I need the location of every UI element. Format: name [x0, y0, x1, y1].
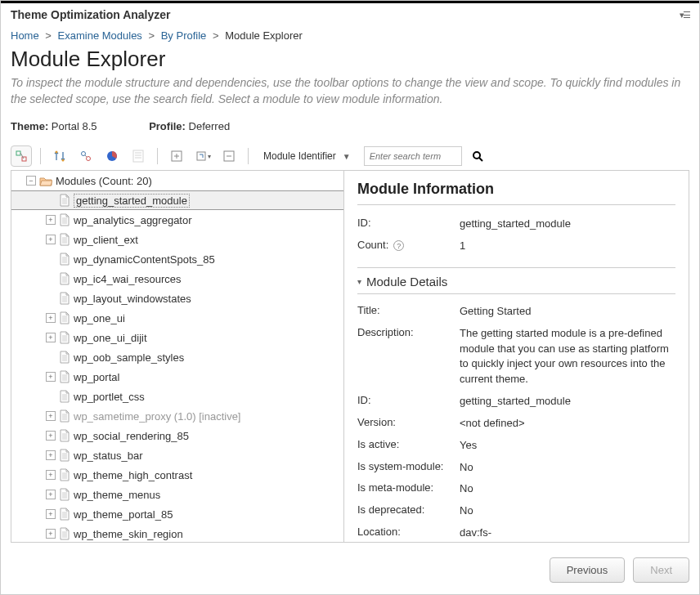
footer: Previous Next: [1, 546, 699, 594]
info-count-label: Count:?: [357, 239, 460, 254]
file-icon: [59, 311, 70, 324]
plus-icon[interactable]: +: [46, 529, 56, 539]
search-button[interactable]: [467, 146, 488, 166]
detail-value: <not defined>: [460, 416, 675, 432]
plus-icon[interactable]: +: [46, 431, 56, 441]
plus-icon[interactable]: +: [46, 333, 56, 342]
profile-label: Profile:: [149, 120, 186, 132]
content-area: − Modules (Count: 20) getting_started_mo…: [11, 170, 689, 543]
tool-collapse-all-icon[interactable]: [218, 145, 240, 167]
tree-item[interactable]: +wp_analytics_aggregator: [11, 210, 343, 230]
tool-chart-icon[interactable]: [101, 145, 123, 167]
folder-open-icon: [39, 176, 52, 186]
file-icon: [59, 390, 70, 403]
detail-label: Is deprecated:: [357, 503, 460, 519]
file-icon: [59, 508, 70, 521]
tree-item-label: wp_theme_high_contrast: [74, 469, 192, 481]
file-icon: [59, 488, 70, 501]
tree-item[interactable]: wp_portlet_css: [11, 387, 343, 406]
tree-item-label: wp_theme_menus: [74, 489, 160, 501]
breadcrumb-home[interactable]: Home: [11, 29, 39, 42]
plus-icon[interactable]: +: [46, 411, 56, 421]
plus-icon[interactable]: +: [46, 509, 56, 519]
svg-rect-16: [197, 152, 205, 160]
theme-label: Theme:: [11, 120, 48, 132]
theme-value: Portal 8.5: [52, 120, 97, 132]
tool-doc-icon[interactable]: [128, 145, 149, 167]
file-icon: [59, 429, 70, 442]
help-icon[interactable]: ?: [393, 240, 404, 251]
info-id-value: getting_started_module: [460, 217, 675, 232]
svg-point-6: [87, 157, 91, 161]
next-button[interactable]: Next: [633, 557, 689, 583]
page-title: Module Explorer: [1, 45, 699, 74]
detail-row: Location:dav:fs-type1/themes/Portal8.5/m…: [357, 522, 675, 542]
minus-icon[interactable]: −: [26, 176, 36, 186]
search-input[interactable]: [364, 146, 462, 166]
tree-item[interactable]: wp_oob_sample_styles: [11, 347, 343, 367]
plus-icon[interactable]: +: [46, 235, 56, 244]
detail-value: No: [460, 460, 675, 476]
tree-item-label: wp_portal: [74, 371, 119, 383]
tree-item-label: wp_dynamicContentSpots_85: [74, 253, 215, 266]
tree-item[interactable]: +wp_social_rendering_85: [11, 426, 343, 445]
tree-item[interactable]: +wp_sametime_proxy (1.0) [inactive]: [11, 406, 343, 426]
tree-item-label: wp_status_bar: [74, 450, 143, 462]
tree-item[interactable]: +wp_status_bar: [11, 445, 343, 465]
tool-expand-icon[interactable]: ▾: [192, 145, 213, 167]
tree-item-label: wp_oob_sample_styles: [74, 351, 184, 364]
plus-icon[interactable]: +: [46, 215, 56, 225]
previous-button[interactable]: Previous: [550, 557, 626, 583]
tree-item[interactable]: +wp_one_ui_dijit: [11, 328, 343, 347]
tree-item[interactable]: getting_started_module: [11, 190, 343, 210]
collapse-arrow-icon[interactable]: ▾: [357, 277, 361, 286]
tool-hierarchy-icon[interactable]: [11, 145, 32, 167]
detail-row: Is deprecated:No: [357, 500, 675, 522]
plus-icon[interactable]: +: [46, 313, 56, 323]
detail-label: Location:: [357, 526, 460, 542]
tree-item[interactable]: +wp_portal: [11, 367, 343, 387]
tree-item-label: wp_theme_portal_85: [74, 508, 173, 521]
module-identifier-dropdown[interactable]: ▼: [343, 152, 351, 161]
detail-value: Getting Started: [460, 304, 675, 320]
detail-value: dav:fs-type1/themes/Portal8.5/modules/ge…: [460, 526, 689, 542]
detail-label: Is meta-module:: [357, 481, 460, 497]
info-id-label: ID:: [357, 217, 460, 232]
file-icon: [59, 194, 70, 207]
tree-item-label: wp_client_ext: [74, 234, 138, 246]
tree-item[interactable]: wp_ic4_wai_resources: [11, 269, 343, 289]
app-title: Theme Optimization Analyzer: [11, 8, 171, 21]
breadcrumb-examine[interactable]: Examine Modules: [58, 29, 142, 42]
file-icon: [59, 527, 70, 540]
tree-item[interactable]: wp_layout_windowstates: [11, 289, 343, 308]
header-menu-icon[interactable]: ▾☰: [680, 10, 689, 20]
tree-item[interactable]: +wp_theme_high_contrast: [11, 465, 343, 485]
header-bar: Theme Optimization Analyzer ▾☰: [1, 1, 699, 26]
detail-value: Yes: [460, 438, 675, 454]
tree-root[interactable]: − Modules (Count: 20): [11, 171, 343, 190]
tool-expand-all-icon[interactable]: [166, 145, 187, 167]
tree-item[interactable]: +wp_one_ui: [11, 308, 343, 328]
tree-item[interactable]: +wp_client_ext: [11, 230, 343, 249]
plus-icon[interactable]: +: [46, 450, 56, 460]
svg-line-20: [479, 158, 482, 161]
tree-item[interactable]: +wp_theme_portal_85: [11, 504, 343, 524]
file-icon: [59, 253, 70, 266]
tree-panel: − Modules (Count: 20) getting_started_mo…: [11, 171, 343, 542]
tree-root-label: Modules (Count: 20): [56, 175, 152, 187]
breadcrumb-profile[interactable]: By Profile: [161, 29, 207, 42]
plus-icon[interactable]: +: [46, 490, 56, 499]
tree-item-label: wp_one_ui_dijit: [74, 332, 147, 344]
detail-row: ID:getting_started_module: [357, 391, 675, 413]
toolbar: ▾ Module Identifier ▼: [1, 142, 699, 170]
plus-icon[interactable]: +: [46, 470, 56, 480]
detail-label: Is active:: [357, 438, 460, 454]
plus-icon[interactable]: +: [46, 372, 56, 382]
tree-item-label: wp_theme_skin_region: [74, 528, 183, 540]
tree-item[interactable]: +wp_theme_menus: [11, 485, 343, 504]
tool-filter-icon[interactable]: [75, 145, 96, 167]
detail-value: No: [460, 503, 675, 519]
tree-item[interactable]: +wp_theme_skin_region: [11, 524, 343, 542]
tree-item[interactable]: wp_dynamicContentSpots_85: [11, 249, 343, 269]
tool-sort-icon[interactable]: [49, 145, 70, 167]
